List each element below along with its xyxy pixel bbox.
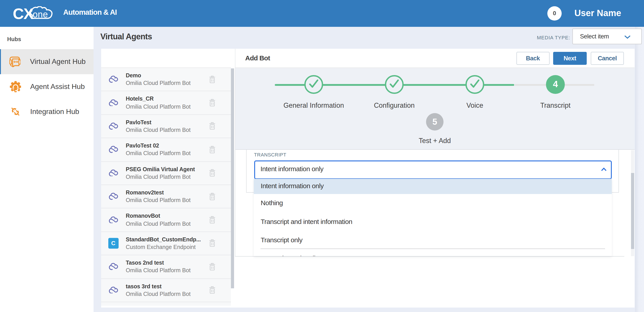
svg-text:one: one <box>33 9 48 19</box>
